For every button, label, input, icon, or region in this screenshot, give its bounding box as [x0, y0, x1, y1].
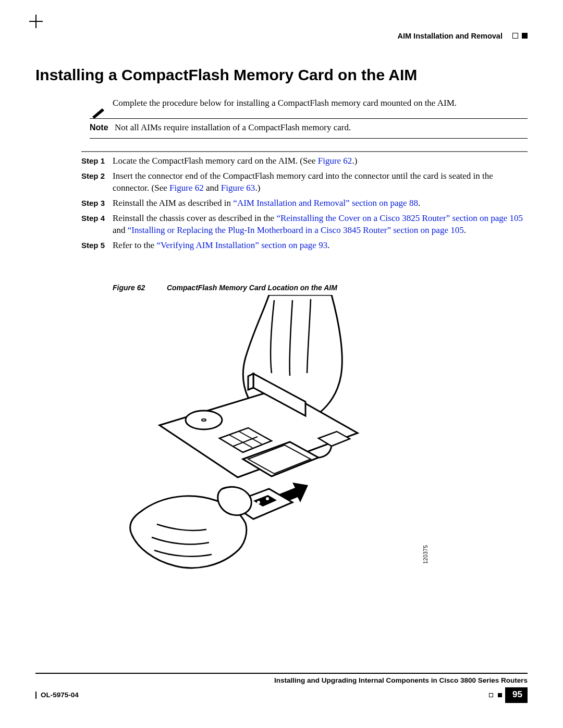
step-body: Locate the CompactFlash memory card on t… — [113, 155, 528, 167]
figure-link[interactable]: Figure 62 — [169, 183, 204, 193]
figure-illustration: 120375 — [113, 295, 405, 587]
section-link[interactable]: “AIM Installation and Removal” section o… — [233, 198, 418, 208]
footer-right: 95 — [487, 687, 528, 703]
page-title: Installing a CompactFlash Memory Card on… — [35, 65, 528, 86]
figure-caption: Figure 62 CompactFlash Memory Card Locat… — [113, 283, 528, 293]
page-content: AIM Installation and Removal Installing … — [35, 21, 528, 587]
step-label: Step 2 — [81, 170, 113, 181]
step-row: Step 1 Locate the CompactFlash memory ca… — [81, 155, 528, 167]
step-row: Step 2 Insert the connector end of the C… — [81, 170, 528, 194]
square-icon — [512, 33, 518, 39]
step-text: Reinstall the chassis cover as described… — [113, 213, 276, 223]
header-text: AIM Installation and Removal — [398, 32, 503, 40]
step-label: Step 3 — [81, 198, 113, 208]
note-icon — [91, 106, 106, 122]
step-text: Reinstall the AIM as described in — [113, 198, 233, 208]
step-label: Step 5 — [81, 240, 113, 251]
running-header: AIM Installation and Removal — [398, 31, 528, 42]
footer-tick-icon — [35, 692, 36, 699]
step-row: Step 5 Refer to the “Verifying AIM Insta… — [81, 240, 528, 252]
step-label: Step 4 — [81, 213, 113, 224]
step-text: . — [327, 240, 329, 250]
square-icon — [498, 693, 502, 697]
step-text: .) — [255, 183, 260, 193]
step-text: . — [418, 198, 420, 208]
figure-link[interactable]: Figure 62 — [318, 156, 352, 166]
figure-link[interactable]: Figure 63 — [221, 183, 255, 193]
page-footer: Installing and Upgrading Internal Compon… — [35, 673, 528, 703]
section-link[interactable]: “Installing or Replacing the Plug-In Mot… — [128, 225, 464, 235]
step-body: Reinstall the chassis cover as described… — [113, 213, 528, 237]
step-label: Step 1 — [81, 155, 113, 166]
step-row: Step 3 Reinstall the AIM as described in… — [81, 198, 528, 209]
figure-title: CompactFlash Memory Card Location on the… — [167, 283, 337, 292]
art-number: 120375 — [422, 545, 430, 564]
doc-id-text: OL-5975-04 — [41, 690, 79, 700]
svg-point-0 — [186, 411, 222, 429]
section-link[interactable]: “Reinstalling the Cover on a Cisco 3825 … — [276, 213, 523, 223]
step-text: and — [204, 183, 221, 193]
note-block: Note Not all AIMs require installation o… — [90, 118, 528, 139]
step-text: and — [113, 225, 128, 235]
note-label: Note — [90, 122, 108, 134]
step-text: . — [464, 225, 466, 235]
step-body: Insert the connector end of the CompactF… — [113, 170, 528, 194]
page-number: 95 — [505, 687, 528, 703]
svg-point-6 — [266, 497, 269, 500]
square-icon — [522, 33, 528, 39]
section-link[interactable]: “Verifying AIM Installation” section on … — [157, 240, 328, 250]
note-text: Not all AIMs require installation of a C… — [115, 122, 351, 134]
svg-point-5 — [257, 501, 260, 504]
footer-doc-id: OL-5975-04 — [35, 690, 79, 700]
step-text: Refer to the — [113, 240, 157, 250]
steps-rule — [81, 151, 528, 152]
step-body: Refer to the “Verifying AIM Installation… — [113, 240, 528, 252]
figure-label: Figure 62 — [113, 283, 165, 293]
step-row: Step 4 Reinstall the chassis cover as de… — [81, 213, 528, 237]
step-text: .) — [352, 156, 357, 166]
header-decor — [511, 31, 528, 42]
step-text: Locate the CompactFlash memory card on t… — [113, 156, 318, 166]
intro-paragraph: Complete the procedure below for install… — [113, 97, 528, 109]
square-icon — [489, 693, 493, 697]
step-body: Reinstall the AIM as described in “AIM I… — [113, 198, 528, 209]
footer-book-title: Installing and Upgrading Internal Compon… — [35, 676, 528, 685]
